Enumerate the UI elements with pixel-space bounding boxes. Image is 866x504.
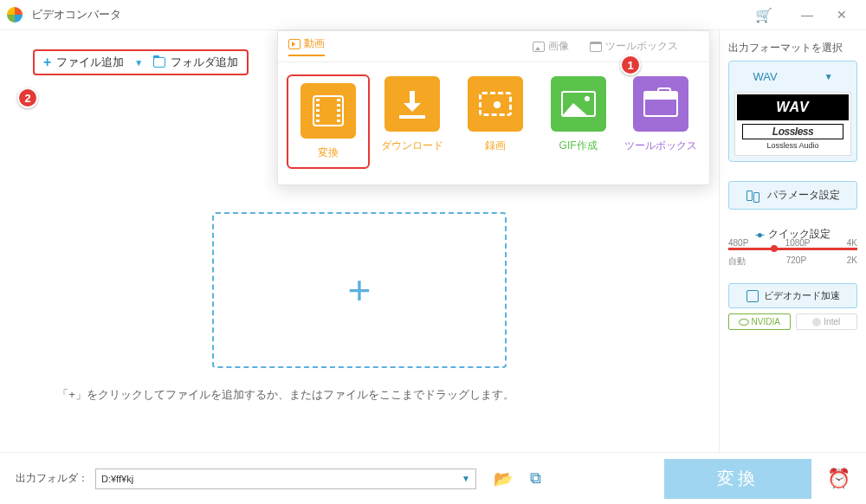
- add-file-label: ファイル追加: [56, 55, 124, 70]
- sliders-icon: [746, 191, 760, 201]
- chevron-down-icon[interactable]: ▼: [462, 474, 470, 483]
- tile-gif[interactable]: GIF作成: [540, 76, 617, 167]
- format-title: 出力フォーマットを選択: [728, 41, 857, 55]
- output-path-input[interactable]: D:¥ff¥kj ▼: [95, 468, 476, 489]
- cat-tab-video[interactable]: 動画: [288, 36, 325, 56]
- format-value: WAV: [753, 70, 777, 83]
- convert-button[interactable]: 変換: [664, 459, 811, 499]
- format-selector[interactable]: WAV ▼ WAV Lossless Lossless Audio: [728, 61, 857, 162]
- output-label: 出力フォルダ：: [16, 471, 88, 486]
- folder-icon: [153, 57, 165, 68]
- nvidia-icon: [739, 319, 749, 326]
- merge-icon[interactable]: ⧉: [530, 469, 541, 488]
- intel-icon: [812, 318, 821, 326]
- drop-hint: 「+」をクリックしてファイルを追加するか、またはファイルをここまでドラッグします…: [0, 387, 572, 403]
- app-title: ビデオコンバータ: [31, 7, 121, 23]
- drop-zone[interactable]: +: [212, 212, 507, 368]
- quick-settings: -●- クイック設定 480P 1080P 4K 自動 720P 2K: [728, 227, 857, 268]
- toolbox-icon: [590, 42, 602, 52]
- format-card: WAV Lossless Lossless Audio: [734, 92, 851, 156]
- gif-icon: [561, 91, 596, 117]
- quick-icon: -●-: [755, 229, 763, 241]
- plus-icon: +: [43, 55, 51, 70]
- params-button[interactable]: パラメータ設定: [728, 181, 857, 210]
- video-icon: [288, 39, 301, 49]
- quality-slider[interactable]: 480P 1080P 4K 自動 720P 2K: [728, 238, 857, 268]
- tile-convert[interactable]: 変換: [288, 76, 368, 167]
- tile-toolbox[interactable]: ツールボックス: [623, 76, 699, 167]
- schedule-icon[interactable]: ⏰: [827, 468, 850, 490]
- add-file-bar[interactable]: + ファイル追加 ▼ フォルダ追加: [33, 49, 249, 75]
- open-folder-icon[interactable]: 📂: [494, 469, 513, 488]
- minimize-button[interactable]: —: [790, 8, 824, 22]
- app-logo: [7, 7, 23, 23]
- cart-icon[interactable]: 🛒: [755, 7, 772, 23]
- content-area: + ファイル追加 ▼ フォルダ追加 2 動画 画像 ツールボッ: [0, 30, 719, 452]
- cat-tab-image[interactable]: 画像: [533, 39, 569, 54]
- cat-tab-toolbox[interactable]: ツールボックス: [590, 39, 678, 54]
- add-folder-label: フォルダ追加: [171, 55, 238, 70]
- close-button[interactable]: ✕: [824, 8, 859, 22]
- convert-icon: [313, 95, 344, 126]
- bottom-bar: 出力フォルダ： D:¥ff¥kj ▼ 📂 ⧉ 変換 ⏰: [0, 452, 866, 504]
- chevron-down-icon: ▼: [824, 72, 833, 81]
- gpu-accel-button[interactable]: ビデオカード加速: [728, 283, 857, 308]
- chip-icon: [746, 290, 759, 302]
- dropdown-icon[interactable]: ▼: [134, 58, 143, 68]
- vendor-nvidia[interactable]: NVIDIA: [728, 313, 791, 330]
- drop-plus-icon: +: [348, 267, 372, 313]
- callout-1: 1: [620, 55, 641, 75]
- record-icon: [479, 92, 512, 116]
- category-panel: 動画 画像 ツールボックス 変換 ダウンロ: [277, 30, 710, 185]
- image-icon: [533, 42, 545, 52]
- titlebar: ビデオコンバータ 🛒 — ✕: [0, 0, 866, 30]
- tile-download[interactable]: ダウンロード: [375, 76, 451, 167]
- tile-record[interactable]: 録画: [457, 76, 533, 167]
- toolbox-icon: [643, 91, 678, 117]
- vendor-intel[interactable]: Intel: [796, 313, 858, 330]
- download-icon: [397, 89, 427, 119]
- sidebar: 出力フォーマットを選択 WAV ▼ WAV Lossless Lossless …: [719, 30, 866, 452]
- callout-2: 2: [17, 87, 38, 108]
